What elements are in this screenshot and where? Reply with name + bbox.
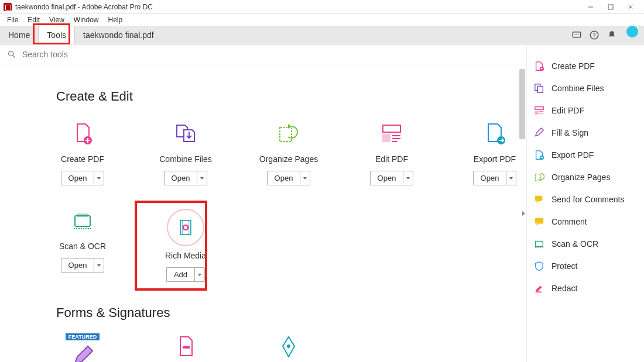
search-row (0, 44, 526, 64)
maximize-button[interactable] (601, 0, 621, 14)
svg-rect-43 (535, 218, 543, 224)
dropdown-button[interactable] (194, 267, 205, 282)
app-icon (4, 3, 12, 11)
fill-sign-icon (534, 127, 544, 138)
sidebar-item-scan-ocr[interactable]: Scan & OCR (534, 233, 637, 255)
sidebar-item-label: Fill & Sign (551, 128, 588, 137)
sidebar-item-label: Protect (551, 261, 577, 271)
menu-edit[interactable]: Edit (24, 15, 43, 25)
sidebar-item-create-pdf[interactable]: Create PDF (534, 55, 637, 77)
tool-edit-pdf[interactable]: Edit PDF Open (365, 122, 418, 185)
svg-rect-44 (536, 242, 543, 247)
svg-rect-25 (180, 220, 191, 235)
menu-view[interactable]: View (46, 15, 68, 25)
protect-icon (534, 261, 544, 271)
sidebar-item-label: Combine Files (551, 84, 604, 93)
open-button[interactable]: Open (370, 171, 403, 185)
dropdown-button[interactable] (403, 171, 413, 185)
search-icon (7, 50, 16, 59)
pencil-icon (70, 344, 95, 362)
combine-files-icon (534, 83, 544, 94)
combine-files-icon (173, 122, 198, 146)
dropdown-button[interactable] (94, 171, 104, 185)
tool-forms-3[interactable] (262, 335, 315, 362)
open-button[interactable]: Open (473, 171, 506, 185)
sidebar-item-comment[interactable]: Comment (534, 211, 637, 233)
tool-rich-media[interactable]: Rich Media Add (159, 209, 212, 282)
tool-create-pdf[interactable]: Create PDF Open (56, 122, 109, 185)
svg-rect-17 (383, 135, 390, 142)
search-input[interactable] (22, 50, 519, 59)
svg-line-11 (13, 56, 15, 57)
sidebar-item-redact[interactable]: Redact (534, 277, 637, 299)
page-icon (173, 335, 198, 359)
svg-point-10 (9, 51, 13, 56)
tool-featured[interactable]: FEATURED (56, 335, 109, 362)
svg-point-7 (578, 34, 579, 35)
send-comments-icon (534, 194, 544, 205)
redact-icon (534, 283, 544, 294)
tool-label: Edit PDF (375, 154, 408, 164)
tab-home[interactable]: Home (0, 26, 38, 44)
tool-forms-2[interactable] (159, 335, 212, 362)
sidebar-item-fill-sign[interactable]: Fill & Sign (534, 122, 637, 144)
menu-window[interactable]: Window (70, 15, 102, 25)
menu-bar: File Edit View Window Help (0, 14, 644, 26)
comment-icon (534, 216, 544, 227)
section-create-edit: Create & Edit (56, 89, 526, 104)
svg-rect-42 (535, 196, 543, 201)
tool-label: Export PDF (474, 154, 516, 164)
help-icon[interactable]: ? (585, 26, 603, 44)
open-button[interactable]: Open (61, 258, 94, 273)
tool-organize-pages[interactable]: Organize Pages Open (262, 122, 315, 185)
sidebar-item-protect[interactable]: Protect (534, 255, 637, 277)
menu-file[interactable]: File (4, 15, 22, 25)
tool-combine-files[interactable]: Combine Files Open (159, 122, 212, 185)
sidebar-item-organize[interactable]: Organize Pages (534, 166, 637, 188)
sidebar-item-label: Scan & OCR (551, 239, 598, 249)
sidebar-item-send-comments[interactable]: Send for Comments (534, 188, 637, 211)
tool-label: Create PDF (61, 154, 104, 164)
edit-pdf-icon (534, 105, 544, 116)
add-button[interactable]: Add (166, 267, 194, 282)
svg-rect-36 (535, 107, 543, 110)
organize-pages-icon (276, 122, 301, 146)
open-button[interactable]: Open (267, 171, 300, 185)
svg-point-28 (183, 225, 188, 230)
dropdown-button[interactable] (94, 258, 104, 273)
window-title: taekwondo final.pdf - Adobe Acrobat Pro … (15, 3, 153, 11)
dropdown-button[interactable] (300, 171, 310, 185)
tab-document[interactable]: taekwondo final.pdf (75, 26, 162, 44)
create-pdf-icon (534, 61, 544, 71)
open-button[interactable]: Open (61, 171, 94, 185)
messages-icon[interactable] (568, 26, 585, 44)
featured-badge: FEATURED (66, 333, 100, 340)
svg-text:?: ? (592, 32, 595, 38)
tool-export-pdf[interactable]: Export PDF Open (468, 122, 521, 185)
sidebar-item-export-pdf[interactable]: Export PDF (534, 144, 637, 166)
sidebar-item-combine[interactable]: Combine Files (534, 77, 637, 99)
open-button[interactable]: Open (164, 171, 197, 185)
dropdown-button[interactable] (506, 171, 516, 185)
tab-bar: Home Tools taekwondo final.pdf ? (0, 26, 644, 44)
collapse-right-pane[interactable] (520, 203, 526, 224)
tool-label: Combine Files (159, 154, 211, 164)
close-button[interactable] (621, 0, 640, 14)
notifications-icon[interactable] (603, 26, 621, 44)
svg-rect-29 (183, 346, 190, 349)
svg-point-30 (287, 344, 290, 348)
sidebar-item-edit-pdf[interactable]: Edit PDF (534, 99, 637, 122)
dropdown-button[interactable] (197, 171, 207, 185)
minimize-button[interactable] (581, 0, 601, 14)
svg-rect-1 (608, 5, 613, 9)
avatar[interactable] (626, 26, 638, 37)
pen-icon (276, 335, 301, 359)
svg-rect-22 (75, 216, 90, 226)
export-pdf-icon (482, 122, 507, 146)
sidebar-item-label: Edit PDF (551, 106, 584, 115)
menu-help[interactable]: Help (105, 15, 126, 25)
tab-tools[interactable]: Tools (38, 26, 75, 44)
sidebar-item-label: Send for Comments (551, 195, 625, 204)
tool-scan-ocr[interactable]: Scan & OCR Open (56, 209, 109, 282)
scan-ocr-icon (70, 209, 95, 233)
